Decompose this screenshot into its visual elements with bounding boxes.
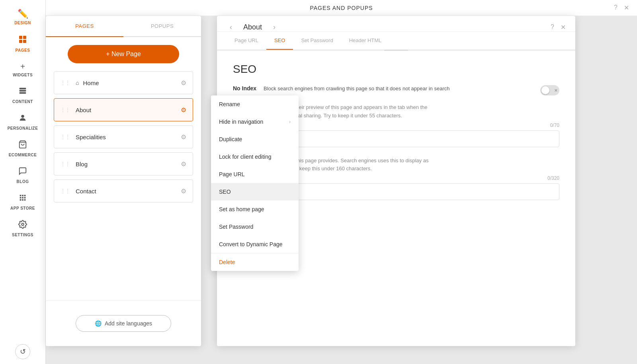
svg-rect-3 — [23, 40, 26, 43]
sidebar-item-settings[interactable]: SETTINGS — [0, 215, 45, 242]
content-icon — [18, 87, 27, 98]
page-item-about[interactable]: ⋮⋮ About ⚙ — [54, 98, 193, 121]
page-item-contact[interactable]: ⋮⋮ Contact ⚙ — [54, 179, 193, 202]
drag-handle: ⋮⋮ — [61, 188, 70, 194]
svg-rect-0 — [19, 36, 22, 39]
svg-rect-5 — [20, 90, 26, 91]
sidebar-label-ecommerce: ECOMMERCE — [9, 153, 37, 157]
sidebar-item-design[interactable]: ✏️ DESIGN — [0, 4, 45, 30]
design-icon: ✏️ — [18, 9, 28, 19]
sidebar-label-personalize: PERSONALIZE — [8, 126, 38, 130]
page-settings-blog[interactable]: ⚙ — [181, 160, 186, 168]
sidebar-item-undo[interactable]: ↺ — [0, 339, 45, 364]
context-item-hide-in-navigation[interactable]: Hide in navigation › — [211, 113, 299, 130]
page-label-home: Home — [83, 80, 99, 86]
context-item-page-url[interactable]: Page URL — [211, 165, 299, 183]
context-menu: Rename Hide in navigation › Duplicate Lo… — [211, 95, 299, 271]
sidebar-label-app-store: APP STORE — [10, 206, 35, 210]
seo-tabs: Page URL SEO Set Password Header HTML — [217, 32, 575, 50]
pages-icon — [18, 35, 27, 47]
svg-point-9 — [21, 223, 24, 226]
context-item-set-password[interactable]: Set Password — [211, 218, 299, 236]
add-languages-button[interactable]: 🌐 Add site languages — [76, 315, 171, 332]
no-index-toggle[interactable]: ✕ — [540, 85, 559, 95]
context-item-seo[interactable]: SEO — [211, 183, 299, 200]
seo-help-icon[interactable]: ? — [551, 23, 554, 31]
page-item-home[interactable]: ⋮⋮ ⌂ Home ⚙ — [54, 71, 193, 94]
sidebar-item-blog[interactable]: BLOG — [0, 162, 45, 189]
sidebar-item-personalize[interactable]: PERSONALIZE — [0, 109, 45, 135]
sidebar-label-settings: SETTINGS — [12, 233, 33, 237]
svg-rect-4 — [20, 88, 26, 90]
sidebar-item-pages[interactable]: PAGES — [0, 30, 45, 57]
tab-page-url[interactable]: Page URL — [227, 32, 266, 50]
page-label-contact: Contact — [76, 188, 96, 195]
page-settings-contact[interactable]: ⚙ — [181, 187, 186, 195]
settings-icon — [18, 220, 27, 231]
next-page-arrow[interactable]: › — [270, 23, 279, 31]
panel-tabs: PAGES POPUPS — [46, 16, 201, 37]
no-index-label: No Index — [233, 85, 260, 91]
seo-nav: ‹ About › — [227, 23, 279, 31]
chevron-right-icon: › — [289, 119, 291, 125]
prev-page-arrow[interactable]: ‹ — [227, 23, 235, 31]
sidebar-label-widgets: WIDGETS — [13, 73, 33, 77]
sidebar: ✏️ DESIGN PAGES + WIDGETS CONTENT PERSON… — [0, 0, 46, 364]
title-bar-icons: ? ✕ — [614, 4, 629, 12]
page-label-about: About — [76, 107, 91, 113]
context-item-rename[interactable]: Rename — [211, 95, 299, 113]
drag-handle: ⋮⋮ — [61, 161, 70, 167]
tab-popups[interactable]: POPUPS — [123, 16, 201, 36]
page-item-blog[interactable]: ⋮⋮ Blog ⚙ — [54, 152, 193, 175]
drag-handle: ⋮⋮ — [61, 80, 70, 86]
context-item-lock-for-client-editing[interactable]: Lock for client editing — [211, 148, 299, 165]
context-item-convert-to-dynamic-page[interactable]: Convert to Dynamic Page — [211, 236, 299, 253]
seo-page-title: About — [243, 23, 262, 31]
page-settings-home[interactable]: ⚙ — [181, 79, 186, 87]
main-title-bar: PAGES AND POPUPS ? ✕ — [46, 0, 637, 16]
tab-pages[interactable]: PAGES — [46, 16, 123, 37]
blog-icon — [18, 167, 27, 178]
globe-icon: 🌐 — [95, 320, 102, 327]
context-item-delete[interactable]: Delete — [211, 253, 299, 271]
page-settings-about[interactable]: ⚙ — [181, 106, 186, 114]
add-languages-label: Add site languages — [105, 320, 152, 327]
sidebar-item-content[interactable]: CONTENT — [0, 82, 45, 109]
svg-rect-6 — [20, 92, 26, 94]
tab-set-password[interactable]: Set Password — [293, 32, 341, 50]
drag-handle: ⋮⋮ — [61, 107, 70, 113]
page-label-blog: Blog — [76, 161, 88, 167]
sidebar-label-content: CONTENT — [12, 99, 33, 104]
page-settings-specialities[interactable]: ⚙ — [181, 133, 186, 141]
sidebar-item-widgets[interactable]: + WIDGETS — [0, 57, 45, 82]
page-label-specialities: Specialities — [76, 134, 106, 140]
tab-seo[interactable]: SEO — [266, 32, 293, 50]
sidebar-label-design: DESIGN — [14, 21, 31, 25]
no-index-row: No Index Block search engines from crawl… — [233, 85, 559, 95]
context-item-duplicate[interactable]: Duplicate — [211, 130, 299, 148]
new-page-button[interactable]: + New Page — [68, 45, 179, 63]
help-icon[interactable]: ? — [614, 4, 617, 12]
context-item-set-as-home-page[interactable]: Set as home page — [211, 200, 299, 218]
svg-rect-2 — [19, 40, 22, 43]
seo-close-icon[interactable]: ✕ — [561, 23, 566, 31]
no-index-description: Block search engines from crawling this … — [264, 86, 450, 91]
sidebar-item-ecommerce[interactable]: ECOMMERCE — [0, 135, 45, 162]
svg-rect-1 — [23, 36, 26, 39]
personalize-icon — [18, 113, 27, 125]
sidebar-item-app-store[interactable]: APP STORE — [0, 189, 45, 215]
ecommerce-icon — [18, 140, 27, 151]
seo-panel-header: ‹ About › ? ✕ — [217, 16, 575, 32]
drag-handle: ⋮⋮ — [61, 134, 70, 140]
seo-heading: SEO — [233, 63, 559, 76]
sidebar-label-pages: PAGES — [16, 48, 30, 53]
app-store-icon — [18, 193, 27, 204]
page-item-specialities[interactable]: ⋮⋮ Specialities ⚙ — [54, 125, 193, 148]
page-list: ⋮⋮ ⌂ Home ⚙ ⋮⋮ About ⚙ ⋮⋮ Specialities ⚙ — [46, 71, 201, 300]
seo-header-icons: ? ✕ — [551, 23, 566, 31]
close-icon[interactable]: ✕ — [624, 4, 629, 12]
sidebar-label-blog: BLOG — [17, 179, 29, 184]
undo-button[interactable]: ↺ — [15, 344, 30, 359]
tab-header-html[interactable]: Header HTML — [341, 32, 390, 50]
toggle-knob — [541, 86, 549, 94]
